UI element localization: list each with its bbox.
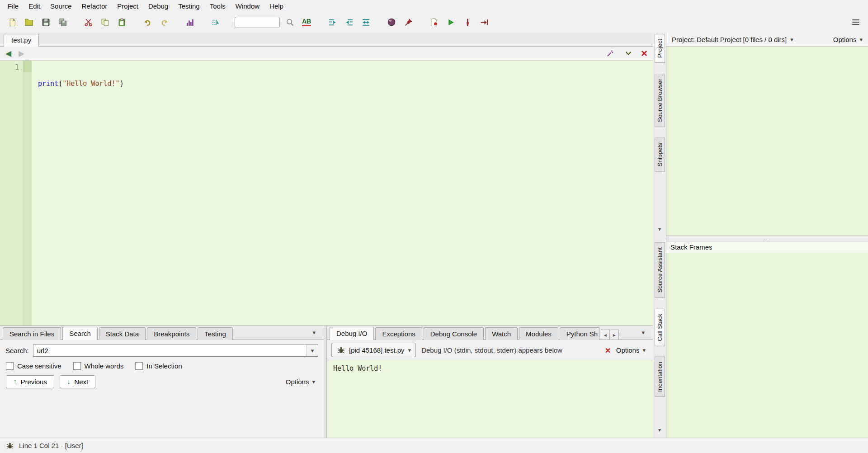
search-options-row: Case sensitive Whole words In Selection [0, 359, 324, 372]
project-file-area[interactable] [666, 47, 868, 236]
tab-python-shell[interactable]: Python Sh [560, 327, 599, 340]
tab-stack-data[interactable]: Stack Data [99, 327, 146, 340]
previous-button[interactable]: ↑Previous [6, 375, 54, 388]
menu-refactor[interactable]: Refactor [77, 1, 113, 11]
process-selector[interactable]: [pid 45168] test.py ▾ [331, 343, 416, 357]
undo-icon[interactable] [141, 15, 154, 29]
stack-frames-area[interactable] [666, 253, 868, 438]
tab-scroll-left-icon[interactable]: ◂ [601, 330, 610, 340]
panel-tabs-dropdown-icon[interactable]: ▾ [307, 329, 321, 340]
vstrip-scroll-down-icon[interactable]: ▾ [658, 226, 661, 232]
save-all-icon[interactable] [56, 15, 69, 29]
menu-window[interactable]: Window [231, 1, 264, 11]
redo-icon[interactable] [157, 15, 171, 29]
vtab-call-stack[interactable]: Call Stack [655, 309, 665, 346]
checkbox-case-sensitive[interactable]: Case sensitive [6, 362, 61, 370]
copy-icon[interactable] [98, 15, 112, 29]
vstrip-scroll-down-icon[interactable]: ▾ [658, 427, 661, 433]
menu-file[interactable]: File [3, 1, 24, 11]
vtab-project[interactable]: Project [655, 34, 665, 63]
wand-icon[interactable] [605, 48, 616, 59]
tab-exceptions[interactable]: Exceptions [375, 327, 422, 340]
close-editor-icon[interactable]: × [641, 48, 647, 59]
tab-breakpoints[interactable]: Breakpoints [147, 327, 196, 340]
menu-testing[interactable]: Testing [173, 1, 205, 11]
debug-tool-icon[interactable] [461, 15, 474, 29]
match-indent-icon[interactable] [359, 15, 373, 29]
search-history-dropdown-icon[interactable]: ▾ [307, 344, 318, 356]
outdent-icon[interactable] [342, 15, 356, 29]
checkbox-whole-words[interactable]: Whole words [73, 362, 124, 370]
indent-icon[interactable] [326, 15, 339, 29]
back-icon[interactable]: ◀ [5, 50, 11, 57]
save-icon[interactable] [39, 15, 52, 29]
checkbox-in-selection[interactable]: In Selection [135, 362, 182, 370]
select-mode-icon[interactable] [209, 15, 222, 29]
attach-debug-icon[interactable] [401, 15, 415, 29]
project-header-bar: Project: Default Project [0 files / 0 di… [666, 33, 868, 47]
code-keyword: print [38, 80, 58, 88]
menu-debug[interactable]: Debug [143, 1, 173, 11]
panel-tabs-dropdown-icon[interactable]: ▾ [636, 329, 650, 340]
tab-testing[interactable]: Testing [198, 327, 233, 340]
tab-debug-io[interactable]: Debug I/O [330, 327, 374, 340]
chevron-down-icon[interactable] [623, 48, 634, 59]
forward-icon[interactable]: ▶ [19, 50, 24, 57]
menu-tools[interactable]: Tools [205, 1, 231, 11]
editor-tabbar: test.py [0, 33, 653, 47]
right-tab-strip-bottom: Source Assistant Call Stack Indentation … [653, 237, 666, 438]
project-dropdown-icon[interactable]: ▾ [790, 36, 793, 43]
project-selector[interactable]: Project: Default Project [0 files / 0 di… [672, 36, 787, 43]
debug-icon[interactable] [385, 15, 398, 29]
project-options-dropdown[interactable]: Options▾ [833, 36, 863, 43]
line-number-gutter: 1 [0, 61, 23, 326]
stop-debug-icon[interactable]: × [605, 345, 611, 355]
profiler-icon[interactable] [183, 15, 197, 29]
checkbox-box [73, 362, 81, 370]
bottom-panel-splitter[interactable] [324, 326, 327, 438]
debug-options-dropdown[interactable]: Options▾ [616, 346, 648, 354]
search-icon[interactable] [283, 15, 297, 29]
new-file-icon[interactable] [5, 15, 19, 29]
toolbar-menu-icon[interactable] [849, 15, 863, 29]
tab-debug-console[interactable]: Debug Console [424, 327, 484, 340]
tab-watch[interactable]: Watch [485, 327, 518, 340]
stack-frames-section: Stack Frames [666, 241, 868, 438]
tab-modules[interactable]: Modules [519, 327, 558, 340]
step-into-icon[interactable] [477, 15, 491, 29]
right-panel-splitter[interactable]: ··· [666, 236, 868, 241]
search-input[interactable] [33, 344, 307, 356]
vtab-snippets[interactable]: Snippets [655, 138, 665, 172]
vtab-source-assistant[interactable]: Source Assistant [655, 242, 665, 298]
main-content: test.py ◀ ▶ × 1 print("Hello [0, 33, 868, 438]
bug-icon [5, 441, 14, 450]
run-icon[interactable] [444, 15, 458, 29]
menu-project[interactable]: Project [112, 1, 143, 11]
debug-io-description: Debug I/O (stdin, stdout, stderr) appear… [421, 346, 562, 354]
tab-search[interactable]: Search [62, 327, 98, 340]
editor-pane[interactable]: 1 print("Hello World!") [0, 61, 653, 326]
code-paren-open: ( [58, 80, 62, 88]
search-options-dropdown[interactable]: Options▾ [286, 378, 318, 386]
paste-icon[interactable] [115, 15, 128, 29]
code-line: print("Hello World!") [38, 80, 653, 88]
toolbar: AB [0, 12, 868, 33]
code-area[interactable]: print("Hello World!") [32, 61, 653, 326]
vtab-indentation[interactable]: Indentation [655, 357, 665, 397]
menu-help[interactable]: Help [264, 1, 288, 11]
menu-edit[interactable]: Edit [24, 1, 45, 11]
tab-search-in-files[interactable]: Search in Files [3, 327, 61, 340]
next-button[interactable]: ↓Next [60, 375, 95, 388]
toolbar-search-input[interactable] [235, 17, 280, 28]
tab-scroll-right-icon[interactable]: ▸ [610, 330, 619, 340]
stack-frames-header: Stack Frames [666, 241, 868, 253]
search-replace-icon[interactable]: AB [300, 15, 313, 29]
debug-output-area[interactable]: Hello World! [327, 360, 653, 438]
open-file-icon[interactable] [22, 15, 36, 29]
checkbox-box [135, 362, 143, 370]
menu-source[interactable]: Source [45, 1, 77, 11]
editor-tab-testpy[interactable]: test.py [4, 34, 39, 47]
debug-file-icon[interactable] [427, 15, 441, 29]
cut-icon[interactable] [81, 15, 95, 29]
vtab-source-browser[interactable]: Source Browser [655, 74, 665, 127]
